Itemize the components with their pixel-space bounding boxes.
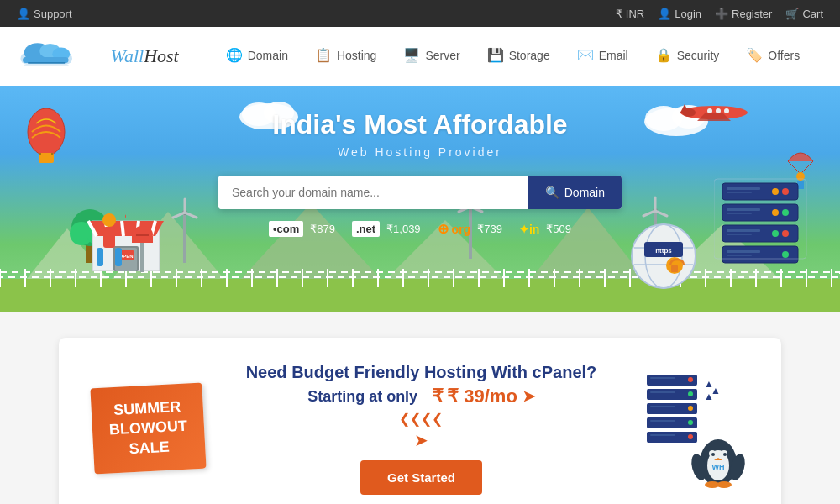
svg-line-132 [788, 161, 801, 174]
svg-rect-138 [124, 212, 126, 228]
hero-search-area: 🔍 Domain •com ₹879 .net ₹1,039 ⊕ org ₹73… [218, 176, 622, 237]
top-bar-left: 👤 Support [17, 8, 72, 20]
https-globe-decoration: https [626, 218, 701, 297]
top-bar: 👤 Support ₹ INR 👤 Login ➕ Register 🛒 Car… [0, 0, 840, 27]
nav-security[interactable]: 🔒 Security [642, 27, 733, 86]
svg-rect-159 [650, 434, 675, 436]
domain-search-bar: 🔍 Domain [218, 176, 622, 209]
nav-email[interactable]: ✉️ Email [564, 27, 642, 86]
svg-rect-105 [727, 192, 752, 193]
svg-point-167 [711, 453, 715, 456]
svg-point-173 [717, 481, 732, 488]
svg-rect-117 [727, 234, 752, 235]
svg-rect-131 [671, 265, 678, 272]
svg-point-93 [716, 108, 721, 113]
svg-rect-116 [727, 229, 760, 232]
svg-line-99 [643, 211, 655, 216]
cart-icon: 🛒 [785, 8, 799, 20]
search-icon: 🔍 [545, 186, 559, 199]
nav-hosting[interactable]: 📋 Hosting [302, 27, 390, 86]
promo-title: Need Budget Friendly Hosting With cPanel… [229, 363, 613, 382]
svg-point-92 [707, 108, 712, 113]
svg-rect-121 [727, 250, 760, 253]
promo-graphic: ▲ ▲ ▲ WH [638, 370, 748, 488]
nav-domain[interactable]: 🌐 Domain [213, 27, 302, 86]
airplane-decoration [672, 97, 756, 130]
register-link[interactable]: ➕ Register [715, 8, 772, 20]
svg-rect-143 [136, 234, 149, 236]
domain-search-input[interactable] [218, 176, 528, 209]
server-icon: 🖥️ [403, 47, 420, 63]
rupee-icon: ₹ [432, 386, 444, 407]
svg-rect-142 [132, 236, 153, 243]
svg-point-155 [688, 420, 693, 425]
nav-storage[interactable]: 💾 Storage [474, 27, 564, 86]
mailbox-decoration [128, 222, 157, 276]
svg-rect-104 [727, 187, 760, 190]
balloon-decoration [24, 102, 70, 173]
domain-price-in: ✦in ₹509 [519, 221, 571, 237]
promo-section: SUMMER BLOWOUT SALE Need Budget Friendly… [0, 312, 840, 504]
svg-rect-137 [103, 227, 115, 248]
server-stack-decoration [714, 175, 815, 296]
svg-rect-144 [140, 243, 144, 272]
person-decoration [92, 212, 126, 274]
nav-items: 🌐 Domain 📋 Hosting 🖥️ Server 💾 Storage ✉… [213, 27, 823, 86]
get-started-button[interactable]: Get Started [360, 460, 482, 495]
nav-offers[interactable]: 🏷️ Offers [732, 27, 813, 86]
domain-price-net: .net ₹1,039 [352, 221, 421, 237]
svg-point-108 [782, 209, 789, 216]
promo-card: SUMMER BLOWOUT SALE Need Budget Friendly… [59, 338, 781, 504]
security-icon: 🔒 [655, 47, 672, 63]
svg-point-102 [782, 188, 789, 195]
register-icon: ➕ [715, 8, 728, 20]
currency-icon: ₹ [616, 8, 622, 20]
storage-icon: 💾 [487, 47, 504, 63]
domain-search-button[interactable]: 🔍 Domain [528, 176, 622, 209]
hero-title: India's Most Affordable [272, 109, 567, 140]
inr-link[interactable]: ₹ INR [616, 8, 644, 20]
svg-line-133 [801, 161, 813, 174]
svg-rect-139 [97, 248, 103, 266]
svg-point-152 [688, 406, 693, 411]
login-icon: 👤 [658, 8, 671, 20]
sale-badge: SUMMER BLOWOUT SALE [90, 383, 206, 475]
svg-rect-110 [727, 208, 760, 211]
offers-icon: 🏷️ [746, 47, 763, 63]
logo[interactable]: WallHost [17, 38, 179, 75]
svg-rect-147 [650, 377, 675, 379]
svg-rect-122 [727, 255, 752, 256]
svg-point-94 [724, 108, 729, 113]
domain-icon: 🌐 [226, 47, 243, 63]
windmill-left [168, 196, 202, 266]
svg-text:https: https [655, 247, 672, 255]
support-icon: 👤 [17, 8, 30, 20]
promo-pointer-row: ➤ [229, 430, 613, 450]
svg-point-109 [772, 209, 779, 216]
svg-point-136 [102, 213, 116, 227]
nav-server[interactable]: 🖥️ Server [390, 27, 473, 86]
support-link[interactable]: 👤 Support [17, 8, 72, 20]
login-link[interactable]: 👤 Login [658, 8, 701, 20]
svg-point-168 [723, 453, 727, 456]
domain-price-com: •com ₹879 [269, 221, 335, 237]
svg-point-149 [688, 391, 693, 396]
email-icon: ✉️ [577, 47, 594, 63]
cart-link[interactable]: 🛒 Cart [785, 8, 823, 20]
svg-rect-111 [727, 213, 752, 214]
svg-rect-140 [115, 248, 122, 266]
promo-content: Need Budget Friendly Hosting With cPanel… [229, 363, 613, 495]
svg-point-120 [782, 251, 789, 258]
svg-text:WH: WH [712, 463, 725, 471]
domain-prices: •com ₹879 .net ₹1,039 ⊕ org ₹739 ✦in ₹50… [269, 221, 571, 237]
svg-marker-91 [680, 104, 689, 113]
svg-line-64 [173, 213, 185, 218]
hosting-icon: 📋 [315, 47, 332, 63]
svg-point-146 [688, 377, 693, 382]
domain-price-org: ⊕ org ₹739 [438, 221, 502, 237]
promo-subtitle: Starting at only ₹ ₹ 39/mo ➤ [229, 386, 613, 407]
svg-point-158 [688, 434, 693, 439]
hero-banner: OPEN [0, 86, 840, 312]
svg-point-103 [772, 188, 779, 195]
arrow-icon: ➤ [522, 387, 535, 406]
